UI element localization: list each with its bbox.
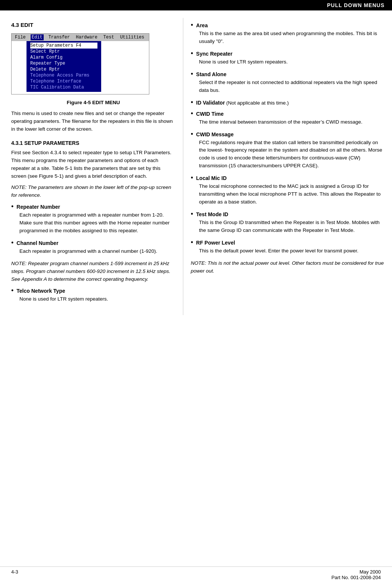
bullet-header-area: • Area <box>191 22 385 28</box>
menu-utilities[interactable]: Utilities <box>119 34 146 40</box>
menu-file[interactable]: File <box>14 34 27 40</box>
bullet-dot-rf-power-level: • <box>191 239 193 246</box>
bullet-header-cwid-time: • CWID Time <box>191 110 385 117</box>
bullet-header-repeater-number: • Repeater Number <box>11 203 175 210</box>
bullet-header-cwid-message: • CWID Message <box>191 131 385 137</box>
bullet-dot-id-validator: • <box>191 99 193 106</box>
bullet-header-telco: • Telco Network Type <box>11 287 175 294</box>
bullet-title-stand-alone: Stand Alone <box>196 71 226 77</box>
subsection-heading: 4.3.1 SETUP PARAMETERS <box>11 140 175 146</box>
left-column: 4.3 EDIT File Edit Transfer Hardware Tes… <box>0 18 183 315</box>
footer-date: May 2000 <box>332 569 381 575</box>
bullet-area: • Area This is the same as the area bit … <box>191 22 385 46</box>
bullet-sync-repeater: • Sync Repeater None is used for LTR sys… <box>191 50 385 66</box>
dropdown-item-tel-interface[interactable]: Telephone Interface <box>30 78 97 84</box>
footer-page-number: 4-3 <box>11 569 18 580</box>
bullet-body-stand-alone: Select if the repeater is not connected … <box>199 79 385 94</box>
dropdown-item-setup[interactable]: Setup Parameters F4 <box>30 43 97 49</box>
left-intro: This menu is used to create new files an… <box>11 110 175 133</box>
bullet-title-rf-power-level: RF Power Level <box>196 240 235 246</box>
bullet-header-stand-alone: • Stand Alone <box>191 71 385 77</box>
bullet-title-local-mic-id: Local Mic ID <box>196 175 227 181</box>
bullet-dot-2: • <box>11 239 13 246</box>
dropdown-item-tic[interactable]: TIC Calibration Data <box>30 84 97 90</box>
bullet-title-repeater-number: Repeater Number <box>16 204 60 210</box>
page-header: PULL DOWN MENUS <box>0 0 392 10</box>
bullet-telco: • Telco Network Type None is used for LT… <box>11 287 175 303</box>
bullet-header-rf-power-level: • RF Power Level <box>191 239 385 246</box>
right-note: NOTE: This is not the actual power out l… <box>191 260 385 275</box>
bullet-dot-sync: • <box>191 50 193 57</box>
bullet-body-rf-power-level: This is the default power level. Enter t… <box>199 247 385 255</box>
bullet-title-cwid-time: CWID Time <box>196 111 224 117</box>
bullet-title-area: Area <box>196 22 208 28</box>
dropdown-item-delete[interactable]: Delete Rptr <box>30 66 97 72</box>
bullet-dot-cwid-time: • <box>191 110 193 117</box>
note1: NOTE: The parameters are shown in the lo… <box>11 184 175 199</box>
bullet-dot-stand-alone: • <box>191 71 193 77</box>
bullet-dot-area: • <box>191 22 193 28</box>
bullet-body-local-mic-id: The local microphone connected to the MA… <box>199 183 385 206</box>
footer-right: May 2000 Part No. 001-2008-204 <box>332 569 381 580</box>
bullet-title-telco: Telco Network Type <box>16 288 65 294</box>
bullet-local-mic-id: • Local Mic ID The local microphone conn… <box>191 174 385 206</box>
bullet-body-repeater-number: Each repeater is programmed with a repea… <box>19 211 175 235</box>
menu-transfer[interactable]: Transfer <box>47 34 71 40</box>
bullet-cwid-message: • CWID Message FCC regulations require t… <box>191 131 385 170</box>
bullet-body-cwid-message: FCC regulations require that the station… <box>199 139 385 170</box>
menu-edit[interactable]: Edit <box>31 34 44 40</box>
bullet-header-test-mode-id: • Test Mode ID <box>191 211 385 217</box>
bullet-test-mode-id: • Test Mode ID This is the Group ID tran… <box>191 211 385 234</box>
right-column: • Area This is the same as the area bit … <box>183 18 392 315</box>
bullet-header-sync: • Sync Repeater <box>191 50 385 57</box>
bullet-body-test-mode-id: This is the Group ID transmitted when th… <box>199 219 385 234</box>
dropdown-item-tel-access[interactable]: Telephone Access Parms <box>30 72 97 78</box>
figure-box: File Edit Transfer Hardware Test Utiliti… <box>11 33 149 94</box>
dropdown-item-repeater-type[interactable]: Repeater Type <box>30 60 97 66</box>
bullet-title-cwid-message: CWID Message <box>196 131 233 137</box>
dropdown-item-select[interactable]: Select Rptr <box>30 49 97 55</box>
bullet-body-area: This is the same as the area bit used wh… <box>199 30 385 46</box>
dropdown-menu: Setup Parameters F4 Select Rptr Alarm Co… <box>27 41 101 92</box>
page-footer: 4-3 May 2000 Part No. 001-2008-204 <box>0 566 392 580</box>
bullet-dot-local-mic-id: • <box>191 174 193 181</box>
bullet-body-channel-number: Each repeater is programmed with a chann… <box>19 248 175 255</box>
bullet-header-channel-number: • Channel Number <box>11 239 175 246</box>
bullet-id-validator: • ID Validator (Not applicable at this t… <box>191 99 385 106</box>
bullet-dot-cwid-message: • <box>191 131 193 137</box>
bullet-title-test-mode-id: Test Mode ID <box>196 211 228 217</box>
footer-part-number: Part No. 001-2008-204 <box>332 575 381 580</box>
menu-hardware[interactable]: Hardware <box>75 34 99 40</box>
figure-caption: Figure 4-5 EDIT MENU <box>11 100 175 105</box>
dropdown-item-alarm[interactable]: Alarm Config <box>30 55 97 60</box>
bullet-body-cwid-time: The time interval between transmission o… <box>199 118 385 126</box>
menu-test[interactable]: Test <box>102 34 115 40</box>
bullet-rf-power-level: • RF Power Level This is the default pow… <box>191 239 385 255</box>
subsection-intro: First see Section 4.3.4 to select repeat… <box>11 149 175 180</box>
bullet-dot: • <box>11 203 13 210</box>
bullet-repeater-number: • Repeater Number Each repeater is progr… <box>11 203 175 235</box>
bullet-title-sync: Sync Repeater <box>196 51 232 57</box>
bullet-title-id-validator: ID Validator (Not applicable at this tim… <box>196 100 289 106</box>
bullet-stand-alone: • Stand Alone Select if the repeater is … <box>191 71 385 94</box>
content-wrapper: 4.3 EDIT File Edit Transfer Hardware Tes… <box>0 10 392 315</box>
bullet-title-channel-number: Channel Number <box>16 240 58 246</box>
bullet-body-telco: None is used for LTR system repeaters. <box>19 295 175 303</box>
header-title: PULL DOWN MENUS <box>327 2 385 8</box>
bullet-body-sync: None is used for LTR system repeaters. <box>199 58 385 66</box>
bullet-cwid-time: • CWID Time The time interval between tr… <box>191 110 385 126</box>
bullet-dot-test-mode-id: • <box>191 211 193 217</box>
bullet-channel-number: • Channel Number Each repeater is progra… <box>11 239 175 255</box>
note2: NOTE: Repeater program channel numbers 1… <box>11 260 175 283</box>
bullet-header-id-validator: • ID Validator (Not applicable at this t… <box>191 99 385 106</box>
section-heading: 4.3 EDIT <box>11 22 175 28</box>
menu-bar: File Edit Transfer Hardware Test Utiliti… <box>12 34 149 41</box>
bullet-header-local-mic-id: • Local Mic ID <box>191 174 385 181</box>
bullet-dot-3: • <box>11 287 13 294</box>
